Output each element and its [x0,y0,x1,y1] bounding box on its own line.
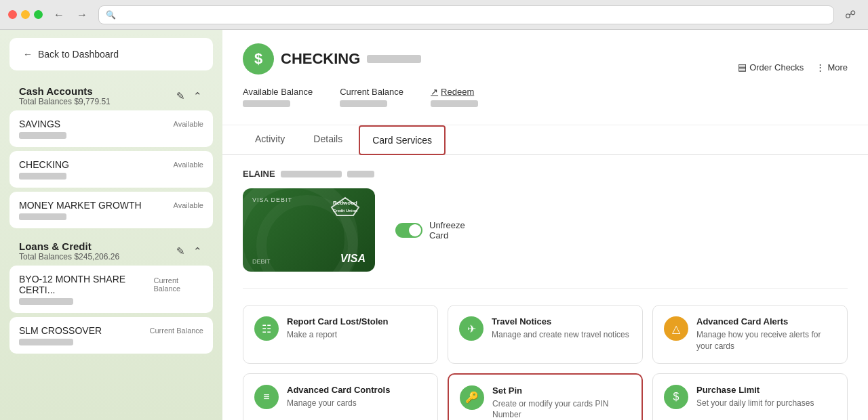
money-market-name: MONEY MARKET GROWTH [19,200,142,211]
set-pin-desc: Create or modify your cards PIN Number [492,398,631,420]
account-title: CHECKING [281,50,360,68]
search-icon: 🔍 [106,10,116,20]
collapse-loans-button[interactable]: ⌃ [192,244,203,259]
advanced-controls-title: Advanced Card Controls [287,385,427,395]
card-brand-name: Redwood Credit Union [325,196,366,218]
more-dots-icon: ⋮ [816,62,825,72]
tabs-bar: Activity Details Card Services [222,125,868,155]
savings-name: SAVINGS [19,119,60,129]
current-balance-value [340,100,387,107]
minimize-button[interactable] [21,10,30,19]
card-bottom: DEBIT VISA [252,253,366,265]
loans-actions: ✎ ⌃ [175,244,203,259]
purchase-limit-content: Purchase Limit Set your daily limit for … [696,385,836,409]
card-logo: Redwood Credit Union [325,196,366,218]
card-section: VISA DEBIT Redwood Credit Union [243,188,848,289]
account-header-left: $ CHECKING Available Balance Current Bal… [243,43,727,125]
set-pin-content: Set Pin Create or modify your cards PIN … [492,385,631,420]
loans-title: Loans & Credit [19,240,119,252]
edit-loans-button[interactable]: ✎ [175,244,186,259]
loans-info: Loans & Credit Total Balances $245,206.2… [19,240,119,261]
advanced-controls-icon: ≡ [254,385,279,409]
redwood-logo-svg: Redwood Credit Union [325,196,366,217]
report-lost-desc: Make a report [287,329,427,341]
current-balance-item: Current Balance [340,87,403,107]
advanced-alerts-content: Advanced Card Alerts Manage how you rece… [696,316,836,352]
money-market-account-item[interactable]: MONEY MARKET GROWTH Available [9,192,213,228]
slm-crossover-item[interactable]: SLM CROSSOVER Current Balance [9,317,213,354]
purchase-limit-title: Purchase Limit [696,385,836,395]
set-pin-icon: 🔑 [460,385,484,410]
forward-nav-button[interactable]: → [73,7,92,22]
unfreeze-toggle[interactable] [395,223,422,238]
unfreeze-labels: Unfreeze Card [429,220,465,240]
advanced-controls-tile[interactable]: ≡ Advanced Card Controls Manage your car… [243,373,438,420]
svg-text:Credit Union: Credit Union [333,209,357,213]
advanced-controls-desc: Manage your cards [287,398,427,409]
back-to-dashboard-button[interactable]: ← Back to Dashboard [9,38,213,70]
tab-activity[interactable]: Activity [243,125,297,155]
savings-balance [19,132,66,139]
travel-notices-tile[interactable]: ✈ Travel Notices Manage and create new t… [448,305,643,364]
advanced-controls-content: Advanced Card Controls Manage your cards [287,385,427,409]
main-content: $ CHECKING Available Balance Current Bal… [222,30,868,420]
debit-card: VISA DEBIT Redwood Credit Union [243,188,375,272]
current-balance-label: Current Balance [340,87,403,97]
checking-account-item[interactable]: CHECKING Available [9,151,213,188]
advanced-alerts-tile[interactable]: △ Advanced Card Alerts Manage how you re… [652,305,848,364]
redeem-value [431,100,478,107]
account-icon: $ [243,43,274,75]
loans-section: Loans & Credit Total Balances $245,206.2… [9,234,213,354]
edit-cash-accounts-button[interactable]: ✎ [175,89,186,104]
checking-label: Available [174,161,203,169]
card-visa-logo: VISA [340,253,366,265]
card-type-label: VISA DEBIT [252,196,292,203]
back-nav-button[interactable]: ← [50,7,68,22]
report-lost-tile[interactable]: ☷ Report Card Lost/Stolen Make a report [243,305,438,364]
back-arrow-icon: ← [23,49,33,60]
collapse-cash-accounts-button[interactable]: ⌃ [192,89,203,104]
maximize-button[interactable] [34,10,43,19]
purchase-limit-tile[interactable]: $ Purchase Limit Set your daily limit fo… [652,373,848,420]
address-bar[interactable]: 🔍 [98,5,834,24]
card-top: VISA DEBIT Redwood Credit Union [252,196,366,218]
redeem-icon: ↗ [431,87,438,97]
unfreeze-sublabel: Card [429,230,465,240]
byo-cert-name: BYO-12 MONTH SHARE CERTI... [19,274,153,295]
checking-name: CHECKING [19,159,69,170]
byo-cert-item[interactable]: BYO-12 MONTH SHARE CERTI... Current Bala… [9,266,213,313]
savings-account-item[interactable]: SAVINGS Available [9,110,213,147]
cash-accounts-actions: ✎ ⌃ [175,89,203,104]
more-button[interactable]: ⋮ More [816,62,848,72]
toolbar-share-icon: ☍ [841,7,860,22]
toggle-knob [409,224,421,236]
svg-text:Redwood: Redwood [333,200,357,206]
sidebar: ← Back to Dashboard Cash Accounts Total … [0,30,222,420]
savings-label: Available [174,120,203,128]
advanced-alerts-title: Advanced Card Alerts [696,316,836,327]
redeem-label[interactable]: ↗ Redeem [431,87,478,97]
tab-details[interactable]: Details [301,125,355,155]
purchase-limit-desc: Set your daily limit for purchases [696,398,836,409]
unfreeze-row: Unfreeze Card [395,220,465,240]
loans-total: Total Balances $245,206.26 [19,252,119,261]
money-market-balance [19,213,66,220]
cash-accounts-section: Cash Accounts Total Balances $9,779.51 ✎… [9,79,213,228]
slm-name: SLM CROSSOVER [19,325,102,336]
byo-cert-balance [19,298,73,305]
nav-buttons: ← → [50,7,92,22]
set-pin-title: Set Pin [492,385,631,396]
set-pin-tile[interactable]: 🔑 Set Pin Create or modify your cards PI… [448,373,643,420]
report-lost-icon: ☷ [254,316,279,341]
tab-card-services[interactable]: Card Services [359,125,446,155]
purchase-limit-icon: $ [664,385,688,409]
travel-notices-title: Travel Notices [492,316,631,327]
cash-accounts-info: Cash Accounts Total Balances $9,779.51 [19,85,111,106]
order-checks-button[interactable]: ▤ Order Checks [738,62,804,72]
card-services-content: ELAINE VISA DEBIT Redwood [222,155,868,420]
byo-cert-label: Current Balance [153,276,203,293]
close-button[interactable] [8,10,17,19]
redeem-item[interactable]: ↗ Redeem [431,87,478,107]
order-checks-icon: ▤ [738,62,747,72]
account-header: $ CHECKING Available Balance Current Bal… [222,30,868,125]
